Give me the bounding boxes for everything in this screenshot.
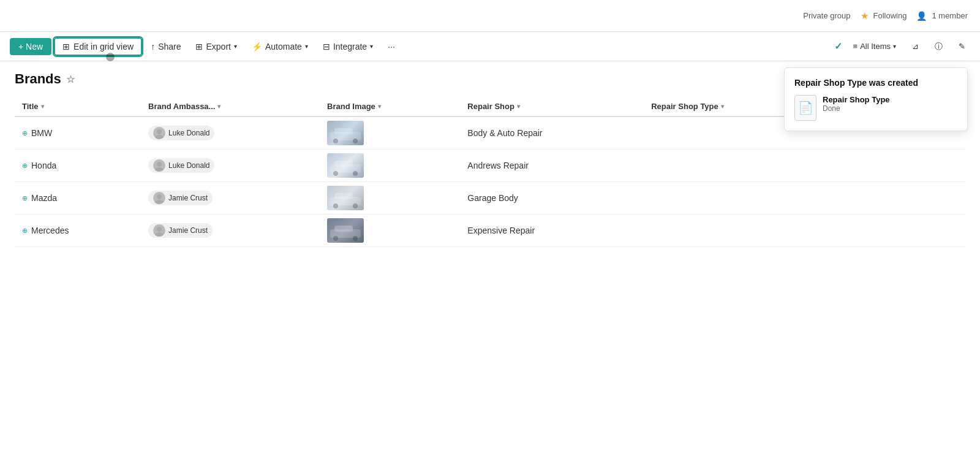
svg-rect-15 <box>334 193 353 199</box>
col-brand-image-chevron-icon: ▾ <box>378 103 381 110</box>
all-items-button[interactable]: ≡ All Items ▾ <box>848 39 901 53</box>
top-bar: Private group ★ Following 👤 1 member <box>0 0 980 32</box>
avatar <box>153 224 165 237</box>
brand-image-thumbnail[interactable] <box>327 186 364 210</box>
ambassador-pill[interactable]: Jamie Crust <box>148 223 213 238</box>
brand-image-thumbnail[interactable] <box>327 153 364 178</box>
favorite-star-icon[interactable]: ☆ <box>66 74 75 85</box>
svg-point-16 <box>333 203 338 208</box>
cell-ambassador: Luke Donald <box>141 116 320 150</box>
col-repair-shop-type-chevron-icon: ▾ <box>721 103 724 110</box>
col-title-label: Title <box>22 102 39 111</box>
ambassador-name: Jamie Crust <box>168 226 208 235</box>
svg-point-4 <box>333 139 338 143</box>
row-title-text: Mercedes <box>31 226 69 235</box>
cell-add-column <box>823 215 965 247</box>
cell-brand-image[interactable] <box>320 150 460 182</box>
integrate-icon: ⊟ <box>323 42 330 51</box>
all-items-chevron-icon: ▾ <box>893 43 896 50</box>
integrate-chevron-icon: ▾ <box>370 43 373 50</box>
row-expand-icon[interactable]: ⊕ <box>22 194 28 202</box>
edit-button[interactable]: ✎ <box>954 39 970 53</box>
row-expand-icon[interactable]: ⊕ <box>22 162 28 170</box>
ambassador-pill[interactable]: Luke Donald <box>148 158 214 173</box>
list-icon: ≡ <box>853 42 858 51</box>
notification-item-status: Done <box>823 104 957 113</box>
filter-icon: ⊿ <box>912 42 919 51</box>
following-group[interactable]: ★ Following <box>861 10 907 21</box>
info-button[interactable]: ⓘ <box>930 39 948 55</box>
cell-repair-shop-type <box>644 182 823 215</box>
notification-panel: Repair Shop Type was created 📄 Repair Sh… <box>784 67 968 131</box>
private-group-text: Private group <box>803 11 850 20</box>
cell-brand-image[interactable] <box>320 182 460 215</box>
private-group-label: Private group <box>803 11 850 20</box>
cell-repair-shop: Expensive Repair <box>460 215 644 247</box>
notification-item: 📄 Repair Shop Type Done <box>794 95 957 121</box>
svg-point-23 <box>353 236 358 241</box>
share-button[interactable]: ↑ Share <box>145 39 187 55</box>
cell-brand-image[interactable] <box>320 116 460 150</box>
col-ambassador-label: Brand Ambassa... <box>148 102 215 111</box>
cell-ambassador: Luke Donald <box>141 150 320 182</box>
automate-button[interactable]: ⚡ Automate ▾ <box>246 39 314 55</box>
cell-repair-shop-type <box>644 215 823 247</box>
cell-title[interactable]: ⊕ Mercedes <box>15 215 141 247</box>
new-button[interactable]: + New <box>10 38 51 55</box>
ambassador-pill[interactable]: Jamie Crust <box>148 191 213 205</box>
avatar <box>153 127 165 139</box>
cell-ambassador: Jamie Crust <box>141 215 320 247</box>
col-brand-image-label: Brand Image <box>327 102 375 111</box>
table-row[interactable]: ⊕ Mercedes Jamie Crust Expensive Repair <box>15 215 965 247</box>
ambassador-name: Luke Donald <box>168 129 209 137</box>
brand-image-thumbnail[interactable] <box>327 121 364 145</box>
edit-grid-view-button[interactable]: ⊞ Edit in grid view <box>54 37 142 56</box>
filter-button[interactable]: ⊿ <box>907 39 924 53</box>
ambassador-name: Jamie Crust <box>168 194 208 202</box>
avatar <box>153 192 165 204</box>
automate-chevron-icon: ▾ <box>305 43 308 50</box>
cell-title[interactable]: ⊕ Mazda <box>15 182 141 215</box>
row-expand-icon[interactable]: ⊕ <box>22 129 28 137</box>
col-repair-shop[interactable]: Repair Shop ▾ <box>460 97 644 116</box>
svg-point-17 <box>353 203 358 208</box>
col-title[interactable]: Title ▾ <box>15 97 141 116</box>
grid-view-label: Edit in grid view <box>74 42 134 51</box>
more-button[interactable]: ··· <box>382 39 401 55</box>
col-brand-image[interactable]: Brand Image ▾ <box>320 97 460 116</box>
cell-title[interactable]: ⊕ BMW <box>15 116 141 150</box>
brand-image-thumbnail[interactable] <box>327 218 364 243</box>
info-icon: ⓘ <box>935 41 943 52</box>
col-repair-shop-chevron-icon: ▾ <box>517 103 520 110</box>
cell-add-column <box>823 182 965 215</box>
grid-icon: ⊞ <box>62 42 70 51</box>
ambassador-pill[interactable]: Luke Donald <box>148 126 214 140</box>
notification-item-text: Repair Shop Type Done <box>823 95 957 113</box>
row-expand-icon[interactable]: ⊕ <box>22 227 28 235</box>
ambassador-name: Luke Donald <box>168 161 209 170</box>
export-icon: ⊞ <box>195 42 203 51</box>
svg-rect-3 <box>334 128 353 134</box>
table-row[interactable]: ⊕ Honda Luke Donald Andrews Repair <box>15 150 965 182</box>
table-row[interactable]: ⊕ Mazda Jamie Crust Garage Body <box>15 182 965 215</box>
member-count: 1 member <box>932 11 968 20</box>
cell-brand-image[interactable] <box>320 215 460 247</box>
integrate-button[interactable]: ⊟ Integrate ▾ <box>317 39 379 55</box>
notification-title: Repair Shop Type was created <box>794 78 957 88</box>
export-button[interactable]: ⊞ Export ▾ <box>189 39 243 55</box>
checkmark-icon: ✓ <box>834 40 842 52</box>
col-repair-shop-type-label: Repair Shop Type <box>651 102 718 111</box>
cell-repair-shop-type <box>644 150 823 182</box>
svg-point-19 <box>155 232 164 237</box>
cell-repair-shop: Body & Auto Repair <box>460 116 644 150</box>
person-icon: 👤 <box>916 11 927 21</box>
svg-point-7 <box>155 167 164 172</box>
page-title: Brands <box>15 71 61 87</box>
svg-point-22 <box>333 236 338 241</box>
edit-icon: ✎ <box>959 42 965 51</box>
cell-title[interactable]: ⊕ Honda <box>15 150 141 182</box>
document-icon: 📄 <box>798 101 813 115</box>
row-title-text: BMW <box>31 128 52 138</box>
svg-point-13 <box>155 200 164 204</box>
col-ambassador[interactable]: Brand Ambassa... ▾ <box>141 97 320 116</box>
